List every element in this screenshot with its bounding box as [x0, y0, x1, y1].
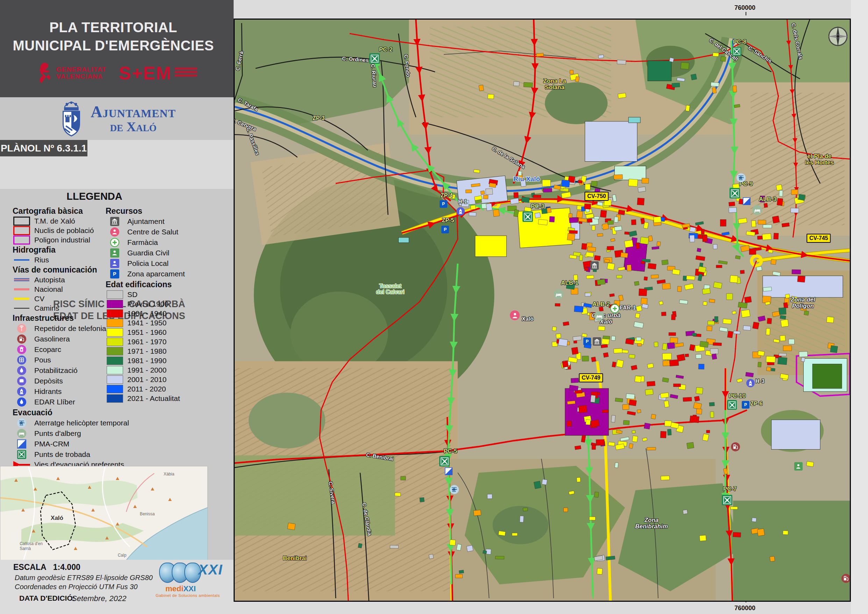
- ecoparc-icon: [17, 345, 26, 354]
- legend-item-label: Farmàcia: [127, 238, 158, 247]
- legend-item-label: Rius: [34, 256, 49, 264]
- legend-symbol: [12, 216, 31, 225]
- legend-heading: Cartografia bàsica: [12, 206, 110, 216]
- legend-color-swatch: [107, 328, 123, 337]
- legend-symbol: [105, 259, 124, 268]
- legend-item: Gasolinera: [12, 334, 110, 344]
- edition-date-value: Setembre, 2022: [72, 594, 127, 603]
- municipality-name: Ajuntament de Xaló: [91, 104, 176, 133]
- compass-icon: [826, 25, 849, 48]
- legend-item: Poligon industrial: [12, 235, 110, 244]
- legend-double-line-swatch: [14, 278, 29, 281]
- legend-symbol: P: [105, 269, 124, 278]
- legend-symbol: [105, 238, 124, 247]
- inset-peak-icon: [14, 479, 18, 482]
- legend-symbol: [12, 418, 31, 427]
- legend-item: Ecoparc: [12, 344, 110, 355]
- legend-line-swatch: [14, 288, 29, 291]
- grid-tick-top: [746, 12, 746, 16]
- legend-item-label: Autopista: [34, 276, 65, 284]
- legend-color-swatch: [107, 337, 123, 346]
- legend-item-label: T.M. de Xaló: [34, 217, 75, 225]
- legend-item-label: Nuclis de població: [34, 226, 94, 235]
- legend-item-label: 1901 - 1940: [127, 309, 166, 318]
- legend-color-swatch: [107, 394, 123, 403]
- legend-color-swatch: [107, 375, 123, 384]
- legend-symbol: [12, 324, 31, 333]
- inset-place-label: Xàbia: [164, 472, 175, 477]
- legend-item: Nuclis de població: [12, 225, 110, 235]
- page-title-line1: PLA TERRITORIAL: [0, 18, 226, 36]
- legend-line-swatch: [14, 308, 29, 309]
- legend-item-label: 2021 - Actualitat: [127, 394, 180, 403]
- legend-item-label: 2011 - 2020: [127, 385, 166, 393]
- legend-symbol: [12, 387, 31, 396]
- legend-item: Punts d'alberg: [12, 428, 110, 439]
- legend-item-label: Policia Local: [127, 259, 169, 267]
- meeting-point-icon: [17, 450, 26, 459]
- inset-peak-icon: [133, 505, 137, 508]
- legend-item-label: Hidrants: [34, 387, 62, 396]
- medixxi-logo: XXI mediXXI Gabinet de Solucions ambient…: [159, 563, 229, 612]
- medixxi-tagline: Gabinet de Solucions ambientals: [156, 593, 220, 598]
- legend-heading: Vías de comunicación: [12, 264, 110, 275]
- legend-item: Ajuntament: [105, 216, 225, 227]
- legend-color-swatch: [107, 366, 123, 375]
- legend-item-label: Zona aparcament: [127, 270, 185, 278]
- inset-peak-icon: [91, 508, 95, 511]
- page-title-line2: MUNICIPAL D'EMERGÈNCIES: [0, 36, 226, 54]
- well-icon: [17, 356, 26, 365]
- legend-item: Centre de Salut: [105, 227, 225, 237]
- legend-item: Potabilització: [12, 365, 110, 376]
- legend-outline-swatch: [13, 226, 30, 235]
- inset-place-label: Benissa: [140, 511, 155, 516]
- legend-item: Previ a 1900: [105, 299, 225, 309]
- grid-coordinate-top: 760000: [735, 4, 755, 12]
- legend-section-infraestructures: InfraestructuresRepetidor de telefoniaGa…: [12, 313, 110, 407]
- legend-color-swatch: [107, 291, 123, 299]
- edition-date-label: DATA D'EDICIÓ:: [19, 594, 75, 602]
- potabilitzacio-icon: [17, 366, 26, 375]
- legend-item: PZona aparcament: [105, 269, 225, 279]
- pharmacy-icon: [110, 238, 119, 247]
- legend-item-label: Aterratge helicòpter temporal: [34, 419, 129, 427]
- legend-item: 1951 - 1960: [105, 328, 225, 337]
- legend-heading: Hidrografia: [12, 244, 110, 255]
- medixxi-xxi-mark: XXI: [198, 562, 223, 578]
- legend-item: 2021 - Actualitat: [105, 393, 225, 403]
- legend-item: Pous: [12, 355, 110, 365]
- legend-item: 1981 - 1990: [105, 356, 225, 365]
- legend-section-hidrografia: HidrografiaRius: [12, 244, 110, 264]
- legend-item-label: 2001 - 2010: [127, 375, 166, 384]
- inset-peak-icon: [34, 487, 37, 491]
- legend-item: Camins: [12, 303, 110, 313]
- legend-item: Repetidor de telefonia: [12, 323, 110, 334]
- parking-icon: P: [110, 269, 119, 278]
- policia-local-icon: [110, 259, 119, 268]
- legend-section-recursos: RecursosAjuntamentCentre de SalutFarmàci…: [105, 206, 225, 279]
- legend-item: Autopista: [12, 275, 110, 284]
- legend-color-swatch: [107, 319, 123, 327]
- legend-section-cartografia: Cartografia bàsicaT.M. de XalóNuclis de …: [12, 206, 110, 244]
- legend-symbol: [12, 376, 31, 385]
- legend-item: Guardia Civil: [105, 248, 225, 258]
- legend-item-label: 1981 - 1990: [127, 356, 166, 365]
- legend-symbol: [12, 429, 31, 438]
- legend-symbol: [105, 319, 124, 327]
- legend-item-label: PMA-CRM: [34, 440, 69, 448]
- datum-text: Datum geodèsic ETRS89 El·lipsoide GRS80 …: [15, 573, 153, 591]
- inset-place-label: Xaló: [51, 515, 63, 522]
- legend-symbol: [12, 366, 31, 375]
- legend-item: 1901 - 1940: [105, 309, 225, 318]
- legend-item: CV: [12, 294, 110, 303]
- inset-peak-icon: [21, 508, 25, 511]
- legend-symbol: [12, 235, 31, 244]
- legend-item: Rius: [12, 255, 110, 264]
- legend-symbol: [12, 450, 31, 459]
- gva-emblem-icon: [37, 62, 53, 84]
- plan-number-badge: PLÀNOL Nº 6.3.1.1: [0, 140, 87, 156]
- inset-peak-icon: [88, 486, 91, 489]
- legend-symbol: [105, 347, 124, 356]
- legend-color-swatch: [107, 347, 123, 356]
- legend-symbol: [12, 440, 31, 449]
